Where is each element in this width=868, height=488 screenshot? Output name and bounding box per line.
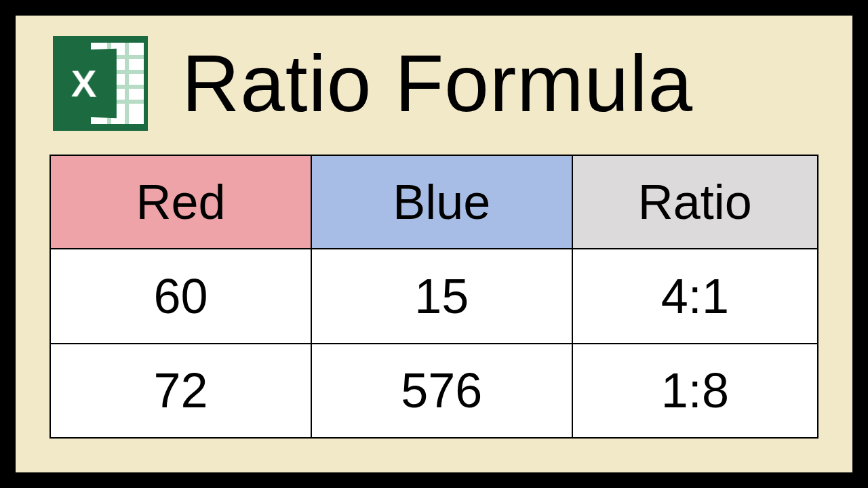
cell-ratio: 4:1: [572, 249, 818, 344]
excel-icon: X: [53, 36, 148, 131]
cell-red: 60: [50, 249, 311, 344]
cell-ratio: 1:8: [572, 344, 818, 439]
content-card: X Ratio Formula Red Blue Ratio 60 15 4:1…: [14, 14, 854, 474]
header-red: Red: [50, 155, 311, 249]
table-row: 60 15 4:1: [50, 249, 818, 344]
cell-blue: 576: [311, 344, 572, 439]
header-blue: Blue: [311, 155, 572, 249]
cell-red: 72: [50, 344, 311, 439]
cell-blue: 15: [311, 249, 572, 344]
header-ratio: Ratio: [572, 155, 818, 249]
page-title: Ratio Formula: [182, 43, 693, 123]
header: X Ratio Formula: [50, 36, 818, 131]
table-header-row: Red Blue Ratio: [50, 155, 818, 249]
table-row: 72 576 1:8: [50, 344, 818, 439]
excel-icon-letter: X: [71, 62, 97, 106]
ratio-table: Red Blue Ratio 60 15 4:1 72 576 1:8: [50, 155, 818, 439]
